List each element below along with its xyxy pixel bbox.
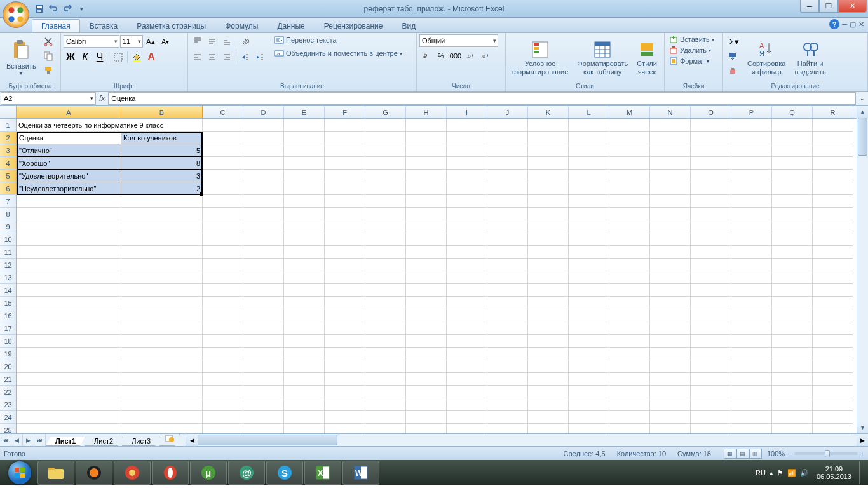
cell[interactable]: [650, 309, 691, 322]
cell[interactable]: [243, 360, 284, 373]
cell[interactable]: [813, 373, 853, 386]
cell[interactable]: [650, 144, 691, 157]
maximize-button[interactable]: ❐: [819, 0, 838, 13]
cell[interactable]: [609, 182, 650, 195]
cell[interactable]: [609, 119, 650, 132]
cell[interactable]: [447, 373, 487, 386]
cell[interactable]: [772, 373, 813, 386]
zoom-out-icon[interactable]: −: [787, 450, 791, 458]
cell[interactable]: [325, 386, 365, 398]
cell[interactable]: [487, 309, 528, 322]
cell[interactable]: [569, 195, 609, 208]
cell[interactable]: [447, 360, 487, 373]
increase-decimal-icon[interactable]: ,0: [463, 49, 477, 63]
cell[interactable]: [487, 297, 528, 309]
cell[interactable]: [813, 335, 853, 348]
window-close-icon[interactable]: ✕: [858, 20, 864, 29]
cell[interactable]: [691, 119, 731, 132]
grow-font-icon[interactable]: A▴: [144, 34, 158, 48]
cell[interactable]: [365, 144, 406, 157]
cell[interactable]: [650, 195, 691, 208]
cell[interactable]: [406, 182, 447, 195]
column-header[interactable]: P: [731, 106, 772, 118]
conditional-formatting-button[interactable]: Условное форматирование: [508, 34, 572, 82]
undo-icon[interactable]: [47, 3, 60, 15]
cell[interactable]: [528, 220, 569, 233]
minimize-button[interactable]: ─: [800, 0, 819, 13]
cell[interactable]: [447, 195, 487, 208]
cell[interactable]: [17, 373, 121, 386]
cell[interactable]: [203, 271, 243, 284]
cell[interactable]: [528, 182, 569, 195]
cell[interactable]: [406, 170, 447, 182]
row-header[interactable]: 19: [0, 348, 17, 360]
cell[interactable]: [650, 119, 691, 132]
cell[interactable]: [731, 398, 772, 411]
cell[interactable]: [731, 284, 772, 297]
cell[interactable]: [569, 132, 609, 144]
cell[interactable]: [406, 246, 447, 259]
cell[interactable]: [609, 170, 650, 182]
cell[interactable]: [243, 271, 284, 284]
cell-styles-button[interactable]: Стили ячеек: [633, 34, 661, 82]
row-header[interactable]: 14: [0, 284, 17, 297]
cell[interactable]: [17, 386, 121, 398]
cell[interactable]: [731, 195, 772, 208]
cell[interactable]: [813, 119, 853, 132]
sheet-tab[interactable]: Лист3: [122, 437, 160, 446]
sort-filter-button[interactable]: AЯСортировка и фильтр: [743, 34, 789, 82]
cell[interactable]: [569, 297, 609, 309]
cell[interactable]: [17, 208, 121, 220]
column-header[interactable]: A: [17, 106, 121, 118]
cell[interactable]: Кол-во учеников: [121, 132, 203, 144]
view-normal-icon[interactable]: ▦: [724, 449, 736, 459]
row-header[interactable]: 20: [0, 360, 17, 373]
cell[interactable]: [569, 373, 609, 386]
column-header[interactable]: B: [121, 106, 203, 118]
comma-style-icon[interactable]: 000: [449, 49, 463, 63]
cell[interactable]: [772, 233, 813, 246]
cell[interactable]: [284, 208, 325, 220]
cell[interactable]: [406, 132, 447, 144]
row-header[interactable]: 13: [0, 271, 17, 284]
cell[interactable]: [121, 411, 203, 424]
cell[interactable]: [325, 297, 365, 309]
cell[interactable]: [813, 284, 853, 297]
scroll-right-icon[interactable]: ▶: [857, 434, 868, 446]
cell[interactable]: [691, 271, 731, 284]
cell[interactable]: [406, 144, 447, 157]
cell[interactable]: [406, 119, 447, 132]
cell[interactable]: [569, 424, 609, 433]
cell[interactable]: [487, 335, 528, 348]
cell[interactable]: [17, 322, 121, 335]
cell[interactable]: [731, 246, 772, 259]
cell[interactable]: [365, 386, 406, 398]
cell[interactable]: [17, 360, 121, 373]
cell[interactable]: [731, 424, 772, 433]
cell[interactable]: [365, 322, 406, 335]
cell[interactable]: [650, 182, 691, 195]
taskbar-skype-icon[interactable]: S: [266, 461, 303, 485]
cell[interactable]: [243, 411, 284, 424]
cell[interactable]: [447, 246, 487, 259]
cell[interactable]: [325, 208, 365, 220]
accounting-format-icon[interactable]: ₽: [419, 49, 433, 63]
cell[interactable]: [609, 335, 650, 348]
cell[interactable]: [447, 259, 487, 271]
cell[interactable]: [365, 119, 406, 132]
cell[interactable]: [813, 132, 853, 144]
cell[interactable]: [487, 386, 528, 398]
cell[interactable]: [325, 271, 365, 284]
cut-icon[interactable]: [41, 34, 55, 48]
cell[interactable]: [569, 119, 609, 132]
cell[interactable]: [406, 411, 447, 424]
cell[interactable]: [203, 132, 243, 144]
cell[interactable]: [650, 386, 691, 398]
cell[interactable]: [609, 220, 650, 233]
taskbar-excel-icon[interactable]: X: [304, 461, 341, 485]
cell[interactable]: [325, 335, 365, 348]
align-bottom-icon[interactable]: [220, 34, 234, 48]
cell[interactable]: [487, 119, 528, 132]
cell[interactable]: [772, 157, 813, 170]
row-header[interactable]: 16: [0, 309, 17, 322]
